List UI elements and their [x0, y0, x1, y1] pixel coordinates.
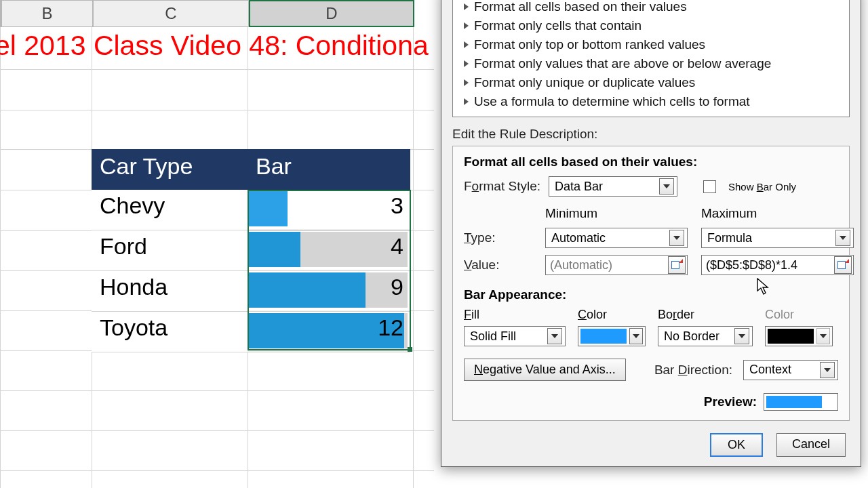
format-style-label: Format Style: — [464, 179, 540, 194]
table-row[interactable]: Ford 4 — [92, 230, 410, 271]
table-row[interactable]: Chevy 3 — [92, 190, 410, 230]
rule-type-option[interactable]: Use a formula to determine which cells t… — [460, 92, 845, 111]
chevron-down-icon[interactable] — [820, 362, 835, 378]
chevron-down-icon[interactable] — [629, 328, 643, 344]
min-value-input[interactable]: (Automatic) — [545, 255, 688, 275]
bullet-icon — [464, 41, 469, 48]
bullet-icon — [464, 60, 469, 67]
cell-car[interactable]: Ford — [92, 230, 248, 270]
border-color-label: Color — [765, 308, 833, 322]
negative-value-axis-button[interactable]: Negative Value and Axis... — [464, 359, 626, 381]
rule-type-option[interactable]: Format only top or bottom ranked values — [460, 35, 845, 54]
max-value-input[interactable]: ($D$5:$D$8)*1.4 — [701, 255, 854, 275]
fill-color-picker[interactable] — [578, 326, 646, 346]
fill-label: Fill — [464, 308, 566, 322]
preview-bar — [766, 396, 822, 408]
cell-bar[interactable]: 12 — [248, 312, 410, 352]
rule-type-option[interactable]: Format only values that are above or bel… — [460, 54, 845, 73]
car-table: Car Type Bar Chevy 3 Ford 4 Honda — [92, 149, 410, 352]
column-header-B[interactable]: B — [1, 0, 93, 27]
range-selector-icon[interactable] — [668, 256, 686, 274]
bullet-icon — [464, 98, 469, 105]
cell-value: 3 — [391, 192, 403, 219]
color-label: Color — [578, 308, 646, 322]
cell-bar[interactable]: 3 — [248, 190, 410, 230]
bar-appearance-label: Bar Appearance: — [464, 287, 838, 302]
cell-value: 4 — [391, 233, 403, 260]
cell-car[interactable]: Honda — [92, 271, 248, 311]
cell-value: 12 — [378, 314, 403, 341]
edit-description-label: Edit the Rule Description: — [452, 127, 597, 141]
rule-type-list[interactable]: Format all cells based on their values F… — [452, 0, 850, 117]
ok-button[interactable]: OK — [710, 433, 763, 457]
format-style-dropdown[interactable]: Data Bar — [549, 176, 677, 197]
chevron-down-icon[interactable] — [547, 328, 562, 344]
show-bar-only-label: Show Bar Only — [728, 181, 796, 192]
column-headers: B C D — [0, 0, 434, 27]
column-header-C[interactable]: C — [93, 0, 249, 27]
value-label: Value: — [464, 258, 532, 272]
rule-description-panel: Format all cells based on their values: … — [452, 146, 850, 421]
chevron-down-icon[interactable] — [835, 230, 850, 246]
bullet-icon — [464, 22, 469, 29]
min-type-dropdown[interactable]: Automatic — [545, 228, 688, 248]
bullet-icon — [464, 3, 469, 10]
bar-direction-label: Bar Direction: — [654, 363, 732, 378]
preview-label: Preview: — [704, 394, 757, 409]
cell-bar[interactable]: 4 — [248, 230, 410, 270]
data-bar — [249, 191, 288, 226]
data-bar — [249, 232, 300, 267]
table-header-bar[interactable]: Bar — [248, 149, 410, 190]
column-header-D[interactable]: D — [249, 0, 414, 27]
rule-type-option[interactable]: Format only cells that contain — [460, 16, 845, 35]
color-swatch-icon — [768, 329, 814, 344]
cell-car[interactable]: Chevy — [92, 190, 248, 230]
table-header-car[interactable]: Car Type — [92, 149, 248, 190]
formatting-rule-dialog: Format all cells based on their values F… — [441, 0, 861, 467]
format-header: Format all cells based on their values: — [464, 155, 697, 169]
fill-dropdown[interactable]: Solid Fill — [464, 326, 566, 346]
page-title: el 2013 Class Video 48: Conditiona — [0, 30, 429, 62]
show-bar-only-checkbox[interactable] — [703, 180, 716, 193]
type-label: Type: — [464, 230, 532, 245]
minimum-label: Minimum — [545, 206, 688, 221]
border-color-picker[interactable] — [765, 326, 833, 346]
border-dropdown[interactable]: No Border — [658, 326, 753, 346]
chevron-down-icon[interactable] — [734, 328, 749, 344]
data-bar — [249, 272, 366, 308]
chevron-down-icon[interactable] — [659, 178, 674, 195]
table-row[interactable]: Toyota 12 — [92, 312, 410, 352]
maximum-label: Maximum — [701, 206, 854, 221]
rule-type-option[interactable]: Format only unique or duplicate values — [460, 73, 845, 92]
color-swatch-icon — [580, 329, 627, 344]
max-type-dropdown[interactable]: Formula — [701, 228, 854, 248]
bar-direction-dropdown[interactable]: Context — [743, 360, 838, 380]
bullet-icon — [464, 79, 469, 86]
cancel-button[interactable]: Cancel — [776, 433, 846, 457]
cell-car[interactable]: Toyota — [92, 312, 248, 352]
rule-type-option[interactable]: Format all cells based on their values — [460, 0, 845, 16]
chevron-down-icon[interactable] — [669, 230, 684, 246]
border-label: Border — [658, 308, 753, 322]
preview-box — [764, 393, 838, 411]
cell-bar[interactable]: 9 — [248, 271, 410, 311]
range-selector-icon[interactable] — [834, 256, 852, 274]
cell-value: 9 — [391, 274, 403, 300]
chevron-down-icon[interactable] — [816, 328, 830, 344]
table-row[interactable]: Honda 9 — [92, 271, 410, 312]
